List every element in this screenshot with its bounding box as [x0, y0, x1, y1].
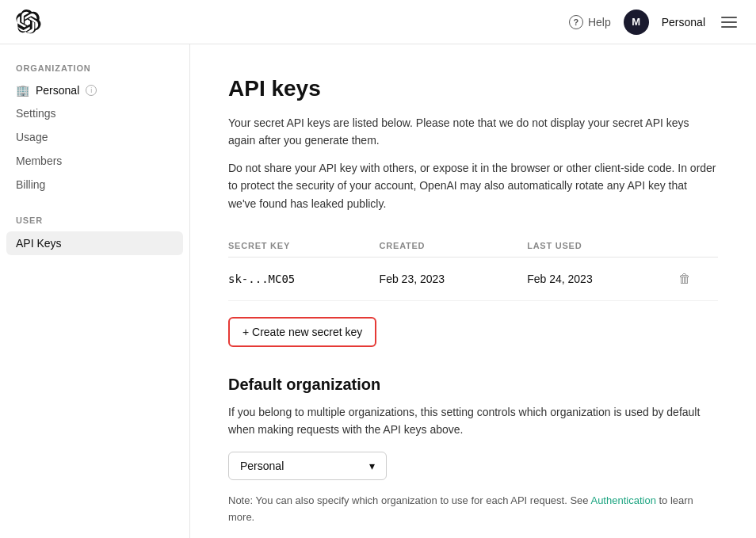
- hamburger-line: [721, 26, 737, 28]
- user-section-label: USER: [0, 216, 189, 231]
- hamburger-line: [721, 21, 737, 23]
- sidebar-item-api-keys[interactable]: API Keys: [6, 231, 183, 255]
- table-row: sk-...MC05 Feb 23, 2023 Feb 24, 2023 🗑: [228, 257, 718, 300]
- col-last-used: LAST USED: [527, 235, 675, 258]
- body-layout: ORGANIZATION 🏢 Personal i Settings Usage…: [0, 44, 756, 538]
- create-secret-key-button[interactable]: + Create new secret key: [228, 317, 376, 347]
- topnav: ? Help M Personal: [0, 0, 756, 44]
- default-org-desc: If you belong to multiple organizations,…: [228, 403, 718, 439]
- description1: Your secret API keys are listed below. P…: [228, 114, 718, 150]
- sidebar-item-members[interactable]: Members: [0, 149, 189, 173]
- avatar[interactable]: M: [624, 10, 649, 35]
- main-content: API keys Your secret API keys are listed…: [190, 44, 756, 538]
- help-button[interactable]: ? Help: [569, 15, 611, 29]
- building-icon: 🏢: [16, 84, 29, 97]
- sidebar: ORGANIZATION 🏢 Personal i Settings Usage…: [0, 44, 190, 538]
- page-title: API keys: [228, 76, 718, 101]
- col-secret-key: SECRET KEY: [228, 235, 380, 258]
- user-section: USER API Keys: [0, 216, 189, 255]
- hamburger-line: [721, 17, 737, 18]
- description2: Do not share your API key with others, o…: [228, 159, 718, 212]
- logo[interactable]: [16, 10, 41, 35]
- col-actions: [675, 235, 718, 258]
- sidebar-item-settings[interactable]: Settings: [0, 101, 189, 125]
- help-label: Help: [588, 16, 611, 29]
- hamburger-menu[interactable]: [718, 13, 740, 31]
- col-created: CREATED: [380, 235, 528, 258]
- create-btn-wrapper: + Create new secret key: [228, 317, 718, 347]
- org-item-label: Personal: [36, 84, 79, 97]
- chevron-down-icon: ▾: [369, 460, 375, 472]
- keys-table: SECRET KEY CREATED LAST USED sk-...MC05 …: [228, 235, 718, 301]
- sidebar-item-usage[interactable]: Usage: [0, 125, 189, 149]
- org-select[interactable]: Personal ▾: [228, 452, 387, 480]
- key-last-used: Feb 24, 2023: [527, 257, 675, 300]
- sidebar-item-billing[interactable]: Billing: [0, 173, 189, 197]
- authentication-link[interactable]: Authentication: [590, 494, 655, 506]
- personal-label[interactable]: Personal: [662, 16, 705, 29]
- note-text: Note: You can also specify which organiz…: [228, 493, 718, 526]
- sidebar-org-item[interactable]: 🏢 Personal i: [0, 79, 189, 101]
- key-created: Feb 23, 2023: [380, 257, 528, 300]
- org-section-label: ORGANIZATION: [0, 63, 189, 79]
- org-select-value: Personal: [240, 460, 284, 472]
- delete-key-button[interactable]: 🗑: [675, 269, 694, 289]
- info-icon[interactable]: i: [86, 85, 97, 96]
- key-value: sk-...MC05: [228, 257, 380, 300]
- default-org-title: Default organization: [228, 376, 718, 394]
- topnav-right: ? Help M Personal: [569, 10, 740, 35]
- help-icon: ?: [569, 15, 583, 29]
